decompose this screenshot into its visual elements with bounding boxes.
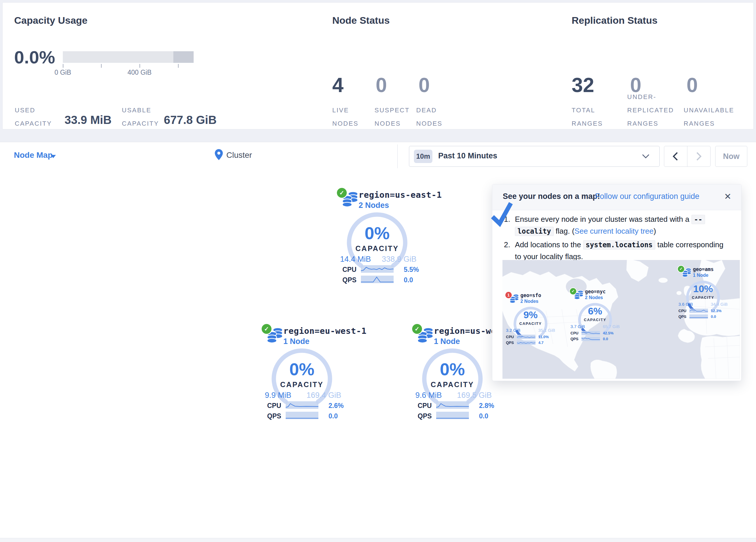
- step-text: flag. (: [554, 227, 575, 235]
- big-check-icon: [488, 201, 516, 229]
- healthy-check-icon: ✓: [336, 187, 348, 198]
- step-text: ): [654, 227, 656, 235]
- qps-value: 4.7: [538, 341, 544, 345]
- geo-label: geo=sfo: [520, 293, 541, 298]
- dead-nodes-count: 0: [419, 75, 430, 95]
- used-capacity: 3.7 GiB: [570, 324, 585, 329]
- world-map-preview: 1 geo=sfo 2 Nodes 9% CAPACITY 3.2 GiB 35…: [502, 260, 740, 379]
- capacity-label: CAPACITY: [334, 244, 421, 253]
- cpu-sparkline: [436, 401, 469, 409]
- nodes-map-popup: See your nodes on a map! Follow our conf…: [492, 184, 742, 381]
- healthy-check-icon: ✓: [411, 323, 423, 335]
- axis-tick: [140, 64, 140, 68]
- qps-sparkline: [361, 276, 394, 283]
- capacity-percent: 6%: [568, 306, 623, 316]
- cpu-value: 42.5%: [603, 331, 614, 335]
- close-icon[interactable]: ✕: [724, 191, 731, 201]
- total-capacity: 169.5 GiB: [457, 391, 492, 400]
- geo-label: geo=nyc: [585, 289, 606, 295]
- now-button[interactable]: Now: [715, 146, 747, 167]
- map-toolbar: Node Map Cluster 10m Past 10 Minutes Now: [0, 142, 756, 171]
- used-capacity: 3.6 GiB: [678, 302, 693, 307]
- nodes-count-link[interactable]: 1 Node: [283, 337, 309, 346]
- cpu-row: CPU 2.8%: [409, 401, 496, 409]
- geo-card-sfo[interactable]: 1 geo=sfo 2 Nodes 9% CAPACITY 3.2 GiB 35…: [503, 291, 558, 347]
- used-capacity: 9.6 MiB: [415, 391, 442, 400]
- total-capacity: 338.9 GiB: [382, 255, 416, 264]
- instruction-step-1: 1. Ensure every node in your cluster was…: [504, 213, 727, 237]
- nodes-count-link[interactable]: 2 Nodes: [359, 201, 389, 210]
- region-card-us-east-1[interactable]: ✓ region=us-east-1 2 Nodes 0% CAPACITY 1…: [334, 187, 421, 288]
- used-capacity-label: USEDCAPACITY: [15, 104, 52, 130]
- dead-nodes-label: DEADNODES: [416, 104, 443, 130]
- cpu-sparkline: [689, 309, 708, 313]
- geo-card-nyc[interactable]: ✓ geo=nyc 2 Nodes 6% CAPACITY 3.7 GiB 65…: [568, 288, 623, 343]
- time-forward-button[interactable]: [687, 146, 710, 166]
- capacity-usage-title: Capacity Usage: [14, 15, 87, 26]
- cpu-label: CPU: [506, 335, 514, 339]
- region-card-us-west-1[interactable]: ✓ region=us-west-1 1 Node 0% CAPACITY 9.…: [409, 324, 496, 424]
- chevron-down-icon: [51, 155, 56, 158]
- cpu-row: CPU 11.0%: [503, 335, 558, 339]
- step-text: Add locations to the: [515, 240, 583, 249]
- qps-label: QPS: [418, 412, 432, 420]
- live-nodes-label: LIVENODES: [332, 104, 359, 130]
- qps-label: QPS: [570, 337, 578, 341]
- qps-row: QPS 0.0: [334, 276, 421, 284]
- qps-label: QPS: [267, 412, 281, 420]
- view-mode-dropdown[interactable]: Node Map: [14, 150, 53, 160]
- axis-tick: [63, 64, 63, 68]
- chevron-right-icon: [696, 152, 702, 161]
- cpu-value: 2.6%: [329, 402, 344, 410]
- cpu-label: CPU: [267, 402, 281, 410]
- total-ranges-count: 32: [572, 75, 594, 95]
- capacity-percent: 0%: [409, 361, 496, 378]
- time-range-select[interactable]: 10m Past 10 Minutes: [409, 146, 660, 167]
- chevron-left-icon: [672, 152, 678, 161]
- code-system-locations: system.locations: [583, 240, 655, 249]
- qps-value: 0.0: [404, 276, 413, 284]
- locality-tree-link[interactable]: See current locality tree: [575, 227, 654, 235]
- qps-sparkline: [517, 341, 535, 345]
- cpu-sparkline: [286, 401, 318, 409]
- qps-label: QPS: [506, 341, 514, 345]
- capacity-reserved-segment: [173, 51, 194, 63]
- cpu-row: CPU 12.3%: [676, 309, 731, 313]
- toolbar-divider: [397, 144, 398, 168]
- axis-tick-label: 400 GiB: [122, 69, 157, 76]
- page-footer-strip: [0, 538, 756, 542]
- total-ranges-label: TOTALRANGES: [572, 104, 603, 130]
- time-range-label: Past 10 Minutes: [438, 151, 497, 160]
- cpu-value: 5.5%: [404, 266, 419, 274]
- qps-value: 0.0: [479, 412, 488, 420]
- geo-card-ams[interactable]: ✓ geo=ams 1 Node 10% CAPACITY 3.6 GiB 34…: [676, 265, 731, 321]
- cpu-label: CPU: [418, 402, 432, 410]
- capacity-label: CAPACITY: [258, 381, 345, 389]
- time-range-badge: 10m: [414, 150, 432, 163]
- region-label: region=us-east-1: [359, 190, 442, 200]
- time-back-button[interactable]: [664, 146, 687, 166]
- qps-value: 0.0: [711, 315, 716, 319]
- chevron-down-icon: [642, 154, 649, 159]
- qps-row: QPS 0.0: [258, 412, 345, 420]
- healthy-check-icon: ✓: [677, 265, 685, 273]
- qps-sparkline: [581, 337, 600, 341]
- popup-header: See your nodes on a map! Follow our conf…: [492, 184, 741, 210]
- axis-tick: [178, 64, 179, 68]
- cpu-label: CPU: [678, 309, 686, 313]
- region-card-eu-west-1[interactable]: ✓ region=eu-west-1 1 Node 0% CAPACITY 9.…: [258, 324, 345, 424]
- axis-tick-label: 0 GiB: [45, 69, 80, 76]
- capacity-usage-percent: 0.0%: [14, 48, 55, 66]
- qps-label: QPS: [342, 276, 357, 284]
- cpu-label: CPU: [570, 331, 578, 335]
- configuration-guide-link[interactable]: Follow our configuration guide: [595, 192, 699, 201]
- capacity-usage-bar: [63, 51, 194, 63]
- warning-count-badge: 1: [505, 291, 512, 299]
- used-capacity: 14.4 MiB: [340, 255, 371, 264]
- breadcrumb-cluster[interactable]: Cluster: [226, 150, 252, 160]
- suspect-nodes-label: SUSPECTNODES: [375, 104, 410, 130]
- code-locality-flag: locality: [515, 227, 554, 236]
- geo-label: geo=ams: [693, 266, 714, 272]
- unavailable-ranges-count: 0: [687, 75, 698, 95]
- nodes-count-link[interactable]: 1 Node: [434, 337, 460, 346]
